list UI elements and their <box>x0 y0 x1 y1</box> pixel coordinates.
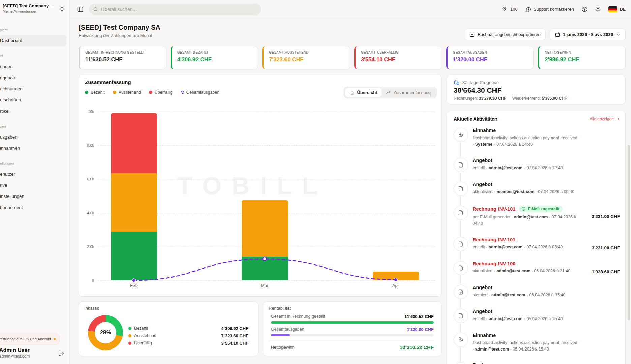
sidebar-item-bonnement[interactable]: bonnement <box>0 202 66 213</box>
stacked-bar-chart: 10k8.0k6.0k4.0k2.0k0 <box>98 112 435 280</box>
sidebar-item-unden[interactable]: unden <box>0 61 66 72</box>
topbar-actions: 100 Support kontaktieren DE <box>502 6 626 12</box>
topbar: 100 Support kontaktieren DE <box>70 0 631 19</box>
y-axis-tick: 10k <box>88 110 94 114</box>
line-point[interactable] <box>394 278 397 281</box>
kpi-label: GESAMT IN RECHNUNG GESTELLT <box>85 51 161 54</box>
legend-marker <box>85 91 88 94</box>
chevron-down-icon <box>616 32 621 37</box>
sidebar-item-instellungen[interactable]: instellungen <box>0 191 66 202</box>
logout-icon[interactable] <box>58 350 64 356</box>
y-axis-tick: 4.0k <box>87 211 94 215</box>
legend-label: Überfällig <box>155 90 173 95</box>
income-icon <box>454 333 468 347</box>
gridline <box>98 280 435 281</box>
user-name: Admin User <box>0 347 66 353</box>
invoice-icon <box>454 206 468 220</box>
kpi-card: GESAMT IN RECHNUNG GESTELLT11'630.52 CHF <box>79 46 166 69</box>
bar-chart-icon <box>350 90 355 95</box>
workspace-subtitle: Meine Anwendungen <box>3 9 66 13</box>
sidebar-item-innahmen[interactable]: innahmen <box>0 143 66 154</box>
x-axis-label: Mär <box>261 283 268 288</box>
activity-title: Einnahme <box>473 333 496 338</box>
search-input[interactable] <box>101 7 257 12</box>
kpi-label: NETTOGEWINN <box>545 51 621 54</box>
legend-marker <box>128 342 131 345</box>
sidebar-item-ngebote[interactable]: ngebote <box>0 72 66 83</box>
legend-value: 7'323.60 CHF <box>221 333 248 338</box>
email-delivered-badge: E-Mail zugestellt <box>519 206 563 212</box>
sidebar-item-utschriften[interactable]: utschriften <box>0 94 66 105</box>
scrollbar-thumb[interactable] <box>628 145 630 320</box>
activity-row[interactable]: Angebotstorniert · admin@test.com · 06.0… <box>447 285 625 299</box>
download-icon <box>469 32 475 37</box>
sidebar-section-header: zen <box>0 121 69 131</box>
date-range-picker[interactable]: 1 janv. 2026 - 8 avr. 2026 <box>550 29 626 40</box>
sun-icon <box>595 6 601 12</box>
forecast-value: 38'664.30 CHF <box>454 86 619 94</box>
kpi-value: 1'320.00 CHF <box>453 56 529 63</box>
activity-row[interactable]: EinnahmeDashboard.activity_actions.colle… <box>447 128 625 148</box>
credits-count: 100 <box>510 7 518 12</box>
kpi-value: 7'323.60 CHF <box>269 56 345 63</box>
sidebar-item-usgaben[interactable]: usgaben <box>0 131 66 143</box>
line-point[interactable] <box>132 279 136 282</box>
legend-item: Ausstehend <box>113 90 141 95</box>
view-all-link[interactable]: Alle anzeigen <box>590 117 620 121</box>
legend-marker <box>128 327 131 330</box>
activity-row[interactable]: Rechnung INV-101E-Mail zugestelltper E-M… <box>447 206 625 227</box>
tab-übersicht[interactable]: Übersicht <box>345 88 382 97</box>
chart-legend: BezahltAusstehendÜberfälligGesamtausgabe… <box>85 90 219 95</box>
sidebar-item-dashboard[interactable]: Dashboard <box>0 35 66 46</box>
y-axis-tick: 2.0k <box>87 245 94 249</box>
net-profit-value: 10'310.52 CHF <box>400 344 434 350</box>
activity-row[interactable]: EinnahmeDashboard.activity_actions.colle… <box>447 333 625 353</box>
kpi-value: 4'306.92 CHF <box>177 56 253 63</box>
legend-marker <box>149 91 152 94</box>
theme-toggle[interactable] <box>595 6 601 12</box>
activity-row[interactable]: Angebotaktualisiert · member@test.com · … <box>447 182 625 196</box>
line-point[interactable] <box>263 257 266 261</box>
chevron-updown-icon <box>60 6 64 12</box>
divider <box>269 341 434 341</box>
legend-label: Gesamtausgaben <box>186 90 220 95</box>
help-button[interactable] <box>581 6 588 12</box>
date-range-label: 1 janv. 2026 - 8 avr. 2026 <box>563 32 613 37</box>
kpi-card: GESAMT AUSSTEHEND7'323.60 CHF <box>262 46 350 69</box>
invoice-icon <box>454 237 468 251</box>
row-value: 11'630.52 CHF <box>404 314 434 319</box>
support-label: Support kontaktieren <box>534 7 574 12</box>
credits-counter[interactable]: 100 <box>502 6 518 12</box>
workspace-switcher[interactable]: [SEED] Test Company ... Meine Anwendunge… <box>0 0 69 19</box>
activity-row[interactable]: Rechnung INV-101erstellt · admin@test.co… <box>447 237 625 251</box>
check-circle-icon <box>521 207 526 211</box>
sidebar-item-echnungen[interactable]: echnungen <box>0 83 66 94</box>
row-label: Gesamt in Rechnung gestellt <box>271 314 325 319</box>
tab-label: Übersicht <box>357 90 377 95</box>
sidebar-toggle-icon[interactable] <box>77 6 84 13</box>
activity-row[interactable]: Rechnung <box>447 362 625 364</box>
sidebar-item-rive[interactable]: rive <box>0 180 66 191</box>
activities-title: Aktuelle Aktivitäten <box>454 116 497 122</box>
global-search <box>89 4 261 15</box>
tab-zusammenfassung[interactable]: Zusammenfassung <box>382 88 435 97</box>
legend-item: Gesamtausgaben <box>181 90 220 95</box>
profitability-rows: Gesamt in Rechnung gestellt11'630.52 CHF… <box>269 314 434 336</box>
banner-dot <box>54 338 56 340</box>
activity-row[interactable]: Angeboterstellt · admin@test.com · 07.04… <box>447 158 625 172</box>
activity-row[interactable]: Rechnung INV-100aktualisiert · admin@tes… <box>447 261 625 275</box>
export-report-button[interactable]: Buchhaltungsbericht exportieren <box>464 29 545 40</box>
activities-header: Aktuelle Aktivitäten Alle anzeigen <box>447 116 625 122</box>
help-icon <box>581 6 588 12</box>
collections-title: Inkasso <box>84 306 248 311</box>
sidebar-section-header: sicht <box>0 25 69 35</box>
tab-label: Zusammenfassung <box>393 90 431 95</box>
activity-row[interactable]: Angeboterstellt · admin@test.com · 05.04… <box>447 309 625 323</box>
sidebar-item-rtikel[interactable]: rtikel <box>0 105 66 117</box>
sidebar-item-enutzer[interactable]: enutzer <box>0 169 66 180</box>
kpi-value: 11'630.52 CHF <box>85 56 161 63</box>
support-button[interactable]: Support kontaktieren <box>525 6 574 12</box>
activity-title: Angebot <box>473 158 492 163</box>
language-switcher[interactable] <box>608 6 617 12</box>
forecast-details: Rechnungen: 33'279.30 CHF Wiederkehrend:… <box>454 96 619 101</box>
